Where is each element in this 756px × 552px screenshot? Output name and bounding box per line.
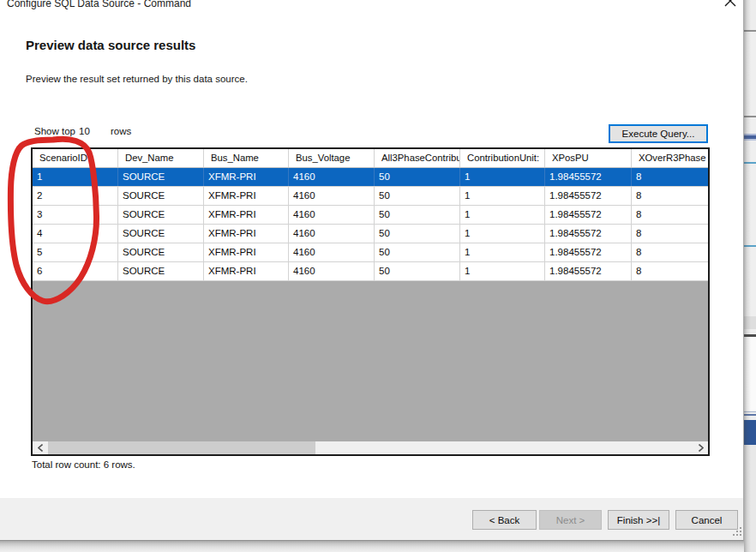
- grid-empty-area: [33, 281, 708, 441]
- cell[interactable]: 4160: [289, 206, 375, 224]
- cell[interactable]: 1.98455572: [545, 187, 632, 205]
- grid-row-3[interactable]: 3SOURCEXFMR-PRI41605011.984555728: [33, 206, 708, 225]
- cell[interactable]: 50: [375, 243, 460, 261]
- cell[interactable]: SOURCE: [118, 168, 204, 186]
- cell[interactable]: XFMR-PRI: [204, 225, 289, 243]
- cell[interactable]: XFMR-PRI: [204, 262, 289, 280]
- column-header-devname[interactable]: Dev_Name: [118, 149, 204, 167]
- cell[interactable]: SOURCE: [118, 206, 204, 224]
- page-title: Preview data source results: [26, 38, 195, 52]
- cell[interactable]: 50: [375, 206, 460, 224]
- close-button[interactable]: [724, 0, 736, 7]
- cell[interactable]: 4160: [289, 243, 375, 261]
- cell[interactable]: 1: [460, 225, 545, 243]
- cell[interactable]: 1: [460, 243, 545, 261]
- cell[interactable]: 50: [375, 262, 460, 280]
- column-header-contributionunit[interactable]: ContributionUnit:: [460, 149, 545, 167]
- scroll-left-button[interactable]: [33, 441, 47, 454]
- scroll-left-icon: [38, 444, 43, 452]
- cell[interactable]: 6: [33, 262, 118, 280]
- grid-row-2[interactable]: 2SOURCEXFMR-PRI41605011.984555728: [33, 187, 708, 206]
- show-top-label: Show top: [34, 126, 75, 136]
- column-header-busname[interactable]: Bus_Name: [204, 149, 289, 167]
- cell[interactable]: SOURCE: [118, 262, 204, 280]
- cell[interactable]: XFMR-PRI: [204, 206, 289, 224]
- screen: { "window": { "title": "Configure SQL Da…: [0, 0, 756, 552]
- grid-row-6[interactable]: 6SOURCEXFMR-PRI41605011.984555728: [33, 262, 708, 281]
- cell[interactable]: XFMR-PRI: [204, 168, 289, 186]
- cell[interactable]: 8: [632, 225, 708, 243]
- column-header-scenarioid[interactable]: ScenarioID: [33, 149, 118, 167]
- cell[interactable]: 1.98455572: [545, 206, 632, 224]
- cell[interactable]: 1.98455572: [545, 168, 632, 186]
- cell[interactable]: 8: [632, 168, 708, 186]
- cell[interactable]: 1: [33, 168, 118, 186]
- dialog-configure-sql-data-source: Configure SQL Data Source - Command Prev…: [0, 0, 744, 541]
- cell[interactable]: 50: [375, 168, 460, 186]
- show-top-unit-label: rows: [111, 126, 131, 136]
- cell[interactable]: 1.98455572: [545, 225, 632, 243]
- dialog-right-shadow: [744, 0, 751, 552]
- cell[interactable]: SOURCE: [118, 187, 204, 205]
- grid-row-5[interactable]: 5SOURCEXFMR-PRI41605011.984555728: [33, 243, 708, 262]
- scroll-right-icon: [699, 444, 704, 452]
- results-grid: ScenarioIDDev_NameBus_NameBus_VoltageAll…: [31, 147, 710, 456]
- column-header-all3phasecontribu[interactable]: All3PhaseContribu: [375, 149, 460, 167]
- close-icon: [724, 0, 736, 7]
- cell[interactable]: 1: [460, 168, 545, 186]
- cell[interactable]: 4160: [289, 262, 375, 280]
- cell[interactable]: 4: [33, 225, 118, 243]
- column-header-xpospu[interactable]: XPosPU: [545, 149, 632, 167]
- grid-header-row: ScenarioIDDev_NameBus_NameBus_VoltageAll…: [33, 149, 708, 168]
- cell[interactable]: XFMR-PRI: [204, 187, 289, 205]
- cell[interactable]: 5: [33, 243, 118, 261]
- cell[interactable]: XFMR-PRI: [204, 243, 289, 261]
- grid-row-1[interactable]: 1SOURCEXFMR-PRI41605011.984555728: [33, 168, 708, 187]
- execute-query-button[interactable]: Execute Query...: [609, 124, 708, 143]
- dialog-bottom-shadow: [0, 541, 744, 552]
- column-header-busvoltage[interactable]: Bus_Voltage: [289, 149, 375, 167]
- cell[interactable]: 8: [632, 243, 708, 261]
- cell[interactable]: 1: [460, 187, 545, 205]
- cell[interactable]: 4160: [289, 187, 375, 205]
- cell[interactable]: SOURCE: [118, 225, 204, 243]
- cell[interactable]: 3: [33, 206, 118, 224]
- horizontal-scrollbar[interactable]: [33, 441, 708, 454]
- cancel-button[interactable]: Cancel: [675, 510, 738, 530]
- cell[interactable]: 50: [375, 225, 460, 243]
- finish-button[interactable]: Finish >>|: [608, 510, 669, 530]
- cell[interactable]: 8: [632, 187, 708, 205]
- window-title: Configure SQL Data Source - Command: [7, 0, 191, 9]
- grid-row-4[interactable]: 4SOURCEXFMR-PRI41605011.984555728: [33, 225, 708, 243]
- footer-bar: < Back Next > Finish >>| Cancel: [0, 498, 743, 540]
- show-top-rows-value[interactable]: 10: [79, 126, 90, 136]
- cell[interactable]: 1: [460, 262, 545, 280]
- page-description: Preview the result set returned by this …: [26, 74, 248, 84]
- cell[interactable]: 1: [460, 206, 545, 224]
- cell[interactable]: 1.98455572: [545, 243, 632, 261]
- cell[interactable]: 4160: [289, 168, 375, 186]
- cell[interactable]: SOURCE: [118, 243, 204, 261]
- grid-body: 1SOURCEXFMR-PRI41605011.9845557282SOURCE…: [33, 168, 708, 281]
- cell[interactable]: 2: [33, 187, 118, 205]
- cell[interactable]: 1.98455572: [545, 262, 632, 280]
- cell[interactable]: 4160: [289, 225, 375, 243]
- scrollbar-thumb[interactable]: [48, 441, 315, 454]
- total-row-count-label: Total row count: 6 rows.: [32, 459, 135, 470]
- next-button: Next >: [539, 510, 602, 530]
- cell[interactable]: 8: [632, 262, 708, 280]
- cell[interactable]: 50: [375, 187, 460, 205]
- back-button[interactable]: < Back: [472, 510, 537, 530]
- cell[interactable]: 8: [632, 206, 708, 224]
- column-header-xoverr3phase[interactable]: XOverR3Phase: [632, 149, 708, 167]
- scroll-right-button[interactable]: [693, 441, 708, 454]
- resize-grip[interactable]: [731, 525, 743, 537]
